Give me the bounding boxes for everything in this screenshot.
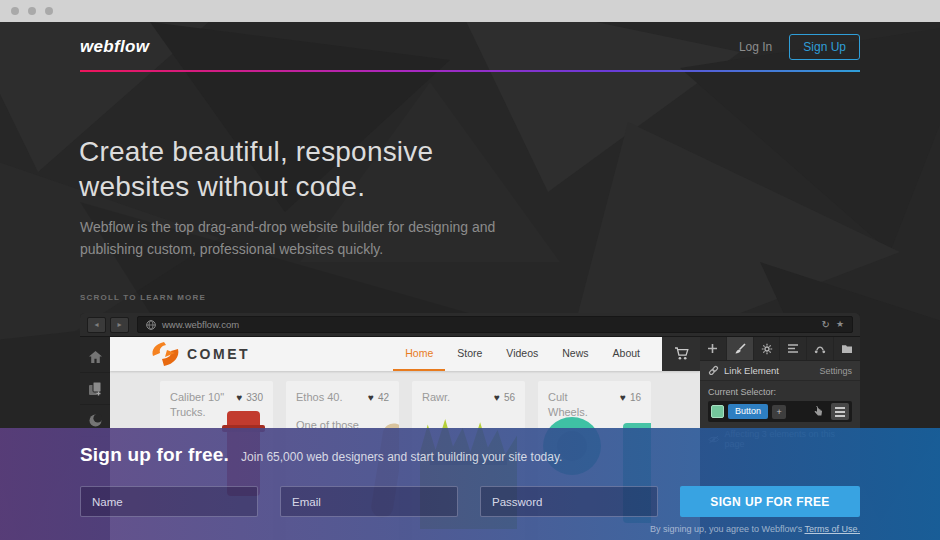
signup-heading-row: Sign up for free. Join 65,000 web design… <box>80 428 940 466</box>
add-element-icon[interactable] <box>700 337 727 360</box>
hero-subheading-line1: Webflow is the top drag-and-drop website… <box>80 216 495 238</box>
selected-element-row: Link Element Settings <box>700 361 860 381</box>
name-field[interactable] <box>80 486 258 517</box>
like-count: 42 <box>378 392 389 404</box>
comet-nav-home[interactable]: Home <box>393 337 445 371</box>
auth-links: Log In Sign Up <box>739 34 860 60</box>
forward-icon[interactable]: ▸ <box>110 317 129 333</box>
window-dot-icon <box>11 7 19 15</box>
settings-link[interactable]: Settings <box>819 366 852 376</box>
product-title: Ethos 40. <box>296 390 356 405</box>
selector-input[interactable]: Button + <box>708 401 852 422</box>
comet-nav: Home Store Videos News About <box>393 337 700 371</box>
signup-form: SIGN UP FOR FREE <box>80 486 860 517</box>
comet-brand-name: COMET <box>187 346 250 362</box>
hand-cursor-icon[interactable] <box>814 406 823 417</box>
login-link[interactable]: Log In <box>739 40 772 54</box>
like-count: 56 <box>504 392 515 404</box>
signup-subheading: Join 65,000 web designers and start buil… <box>241 450 562 464</box>
site-header: webflow Log In Sign Up <box>80 34 860 60</box>
element-swatch-icon[interactable] <box>711 405 724 418</box>
scroll-hint-label: SCROLL TO LEARN MORE <box>80 293 206 302</box>
comet-nav-videos[interactable]: Videos <box>494 337 550 371</box>
selector-menu-button[interactable] <box>831 403 849 420</box>
comet-header: COMET Home Store Videos News About <box>110 337 700 371</box>
like-count: 330 <box>246 392 263 404</box>
home-icon[interactable] <box>80 341 110 373</box>
password-field[interactable] <box>480 486 658 517</box>
hero-subheading-line2: publishing custom, professional websites… <box>80 238 495 260</box>
back-icon[interactable]: ◂ <box>87 317 106 333</box>
product-title: Caliber 10" Trucks. <box>170 390 230 420</box>
url-text: www.webflow.com <box>162 319 239 330</box>
heart-icon: ♥ <box>494 392 500 404</box>
panel-toolbar <box>700 337 860 361</box>
product-likes[interactable]: ♥ 42 <box>368 390 389 405</box>
heart-icon: ♥ <box>620 392 626 404</box>
webflow-logo[interactable]: webflow <box>80 37 149 57</box>
cart-icon <box>674 347 689 361</box>
gradient-rule <box>80 70 860 72</box>
align-icon[interactable] <box>780 337 807 360</box>
heart-icon: ♥ <box>368 392 374 404</box>
selector-chip-button[interactable]: Button <box>728 404 768 419</box>
hero-heading: Create beautiful, responsive websites wi… <box>79 134 433 204</box>
comet-nav-store[interactable]: Store <box>445 337 494 371</box>
signup-heading: Sign up for free. <box>80 444 229 466</box>
signup-band: Sign up for free. Join 65,000 web design… <box>0 428 940 540</box>
window-dot-icon <box>28 7 36 15</box>
link-icon <box>708 365 719 376</box>
bookmark-star-icon[interactable]: ★ <box>836 320 844 329</box>
like-count: 16 <box>630 392 641 404</box>
signup-submit-button[interactable]: SIGN UP FOR FREE <box>680 486 860 517</box>
comet-nav-news[interactable]: News <box>550 337 600 371</box>
terms-link[interactable]: Terms of Use. <box>804 524 860 534</box>
hero-stage: webflow Log In Sign Up Create beautiful,… <box>0 22 940 540</box>
add-selector-button[interactable]: + <box>772 405 786 419</box>
current-selector-label: Current Selector: <box>700 381 860 401</box>
mock-browser-toolbar: ◂ ▸ www.webflow.com ↻ ★ <box>80 313 860 337</box>
comet-nav-about[interactable]: About <box>601 337 652 371</box>
product-likes[interactable]: ♥ 16 <box>620 390 641 420</box>
window-dot-icon <box>45 7 53 15</box>
comet-logo-icon <box>150 341 180 367</box>
hero-subheading: Webflow is the top drag-and-drop website… <box>80 216 495 260</box>
url-bar[interactable]: www.webflow.com ↻ ★ <box>137 316 853 333</box>
product-likes[interactable]: ♥ 56 <box>494 390 515 405</box>
hero-heading-line1: Create beautiful, responsive <box>79 134 433 169</box>
globe-icon <box>146 320 156 330</box>
hero-heading-line2: websites without code. <box>79 169 433 204</box>
cart-button[interactable] <box>662 337 700 371</box>
pages-icon[interactable] <box>80 373 110 405</box>
heart-icon: ♥ <box>236 392 242 404</box>
product-title: Cult Wheels. <box>548 390 608 420</box>
folder-icon[interactable] <box>834 337 860 360</box>
webflow-landing-page: webflow Log In Sign Up Create beautiful,… <box>0 0 940 540</box>
window-title-bar <box>0 0 940 22</box>
interactions-icon[interactable] <box>807 337 834 360</box>
email-field[interactable] <box>280 486 458 517</box>
gear-icon[interactable] <box>754 337 781 360</box>
brush-icon[interactable] <box>727 337 754 360</box>
element-type-label: Link Element <box>724 365 779 376</box>
terms-text: By signing up, you agree to Webflow's <box>650 524 804 534</box>
signup-button[interactable]: Sign Up <box>789 34 860 60</box>
comet-brand[interactable]: COMET <box>150 337 250 371</box>
product-title: Rawr. <box>422 390 482 405</box>
terms-note: By signing up, you agree to Webflow's Te… <box>80 524 860 534</box>
refresh-icon[interactable]: ↻ <box>822 320 830 330</box>
